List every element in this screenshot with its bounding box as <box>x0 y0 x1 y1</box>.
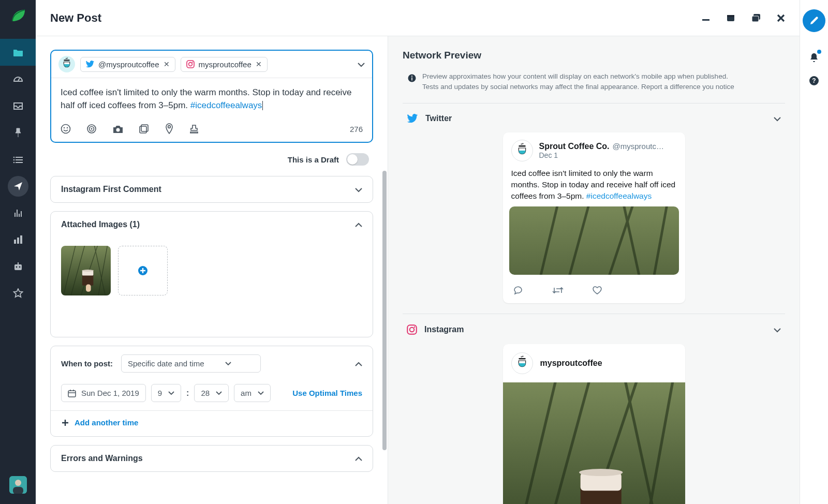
camera-icon[interactable] <box>112 124 124 134</box>
close-icon[interactable] <box>777 12 785 23</box>
user-avatar[interactable] <box>9 476 27 494</box>
compose-text[interactable]: Iced coffee isn't limited to only the wa… <box>51 78 372 118</box>
instagram-icon <box>407 324 417 335</box>
duplicate-window-icon[interactable] <box>751 12 761 23</box>
svg-point-42 <box>62 125 70 134</box>
chevron-up-icon <box>355 220 362 229</box>
nav-pin-icon[interactable] <box>0 120 36 146</box>
help-icon[interactable]: ? <box>803 69 825 92</box>
svg-point-27 <box>16 266 17 268</box>
account-handle: @mysproutcoffee <box>98 60 159 69</box>
account-chip-row: @mysproutcoffee ✕ mysproutcoffee ✕ <box>51 51 372 78</box>
reply-icon[interactable] <box>513 285 524 295</box>
preview-pane: Network Preview Preview approximates how… <box>388 36 800 504</box>
remove-chip-icon[interactable]: ✕ <box>256 60 262 68</box>
nav-feeds-icon[interactable] <box>0 199 36 226</box>
add-time-row[interactable]: Add another time <box>51 410 373 436</box>
schedule-mode-select[interactable]: Specific date and time <box>121 354 261 373</box>
svg-point-63 <box>410 328 415 332</box>
page-title: New Post <box>50 11 101 25</box>
nav-dashboard-icon[interactable] <box>0 66 36 93</box>
svg-rect-31 <box>13 487 23 494</box>
svg-point-15 <box>13 157 14 158</box>
date-picker[interactable]: Sun Dec 1, 2019 <box>61 384 146 402</box>
plus-icon <box>61 419 69 427</box>
svg-rect-52 <box>61 246 111 295</box>
chevron-down-icon <box>355 185 362 194</box>
svg-rect-25 <box>14 264 22 270</box>
account-chip-twitter[interactable]: @mysproutcoffee ✕ <box>80 57 175 72</box>
svg-point-41 <box>192 62 193 63</box>
instagram-post-card: mysproutcoffee <box>503 344 685 504</box>
draft-toggle[interactable] <box>346 153 369 166</box>
right-rail: ? <box>800 0 828 504</box>
card-header[interactable]: Errors and Warnings <box>51 446 373 471</box>
svg-point-40 <box>188 63 192 66</box>
remove-chip-icon[interactable]: ✕ <box>164 60 170 68</box>
nav-folder-icon[interactable] <box>0 39 36 66</box>
nav-bot-icon[interactable] <box>0 253 36 280</box>
brand-avatar-icon[interactable] <box>58 56 75 72</box>
ampm-select[interactable]: am <box>234 384 271 402</box>
twitter-preview-section: Twitter Sprout Coffee Co.@mysproutc… Dec… <box>403 103 785 315</box>
tw-handle: @mysproutc… <box>613 142 664 151</box>
when-label: When to post: <box>61 359 113 368</box>
svg-rect-34 <box>702 19 709 21</box>
svg-rect-54 <box>68 391 76 397</box>
image-thumb[interactable] <box>61 246 111 295</box>
nav-list-icon[interactable] <box>0 146 36 173</box>
svg-point-51 <box>168 126 171 128</box>
retweet-icon[interactable] <box>552 285 564 295</box>
svg-point-64 <box>414 327 416 328</box>
emoji-icon[interactable] <box>61 124 71 134</box>
location-icon[interactable] <box>165 123 173 135</box>
single-window-icon[interactable] <box>726 12 735 23</box>
brand-avatar-icon <box>511 140 533 161</box>
composer: @mysproutcoffee ✕ mysproutcoffee ✕ Iced … <box>50 50 373 143</box>
chevron-up-icon[interactable] <box>355 359 362 368</box>
tw-image <box>509 206 679 275</box>
chevron-up-icon <box>355 454 362 463</box>
scrollbar[interactable] <box>382 171 387 450</box>
account-handle: mysproutcoffee <box>199 60 252 69</box>
tw-body: Iced coffee isn't limited to only the wa… <box>503 166 685 206</box>
minute-select[interactable]: 28 <box>194 384 229 402</box>
stamp-icon[interactable] <box>189 124 199 134</box>
chevron-down-icon <box>774 114 781 123</box>
twitter-post-card: Sprout Coffee Co.@mysproutc… Dec 1 Iced … <box>503 132 685 303</box>
nav-send-icon[interactable] <box>8 176 28 197</box>
account-dropdown-icon[interactable] <box>358 60 365 69</box>
ig-name: mysproutcoffee <box>540 359 602 368</box>
nav-inbox-icon[interactable] <box>0 93 36 120</box>
card-header[interactable]: Instagram First Comment <box>51 176 373 202</box>
add-image-button[interactable] <box>118 246 168 295</box>
svg-point-28 <box>19 266 20 268</box>
left-nav-rail <box>0 0 36 504</box>
library-icon[interactable] <box>139 124 150 134</box>
card-header[interactable]: Attached Images (1) <box>51 212 373 238</box>
nav-star-icon[interactable] <box>0 280 36 307</box>
network-header[interactable]: Twitter <box>403 114 785 133</box>
top-bar: New Post <box>36 0 800 36</box>
brand-avatar-icon <box>511 352 533 374</box>
target-icon[interactable] <box>86 124 97 134</box>
use-optimal-times-link[interactable]: Use Optimal Times <box>292 389 362 397</box>
notifications-icon[interactable] <box>803 47 825 69</box>
like-icon[interactable] <box>592 285 602 295</box>
nav-reports-icon[interactable] <box>0 226 36 253</box>
svg-point-47 <box>91 128 93 130</box>
account-chip-instagram[interactable]: mysproutcoffee ✕ <box>181 57 268 72</box>
main-split: @mysproutcoffee ✕ mysproutcoffee ✕ Iced … <box>36 36 800 504</box>
compose-fab-icon[interactable] <box>803 9 825 32</box>
calendar-icon <box>68 389 76 397</box>
svg-point-48 <box>116 128 120 131</box>
minimize-icon[interactable] <box>701 12 711 23</box>
svg-rect-65 <box>503 382 685 504</box>
svg-rect-50 <box>140 126 146 133</box>
hour-select[interactable]: 9 <box>151 384 181 402</box>
instagram-preview-section: Instagram mysproutcoffee <box>403 314 785 504</box>
network-header[interactable]: Instagram <box>403 324 785 344</box>
twitter-icon <box>407 114 418 124</box>
svg-point-44 <box>67 127 68 128</box>
svg-rect-49 <box>141 125 148 131</box>
